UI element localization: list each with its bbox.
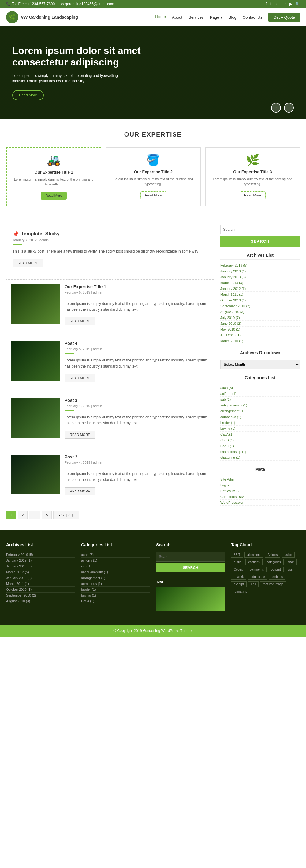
category-link[interactable]: sub (1) [220, 398, 231, 401]
footer-cat-link[interactable]: sub (1) [81, 564, 91, 568]
category-link[interactable]: buying (1) [220, 427, 235, 430]
archive-link[interactable]: August 2010 (3) [220, 310, 244, 314]
pinterest-icon[interactable]: p [284, 2, 286, 6]
tag-excerpt[interactable]: excerpt [231, 581, 247, 587]
footer-archive-link[interactable]: March 2012 (5) [6, 570, 29, 574]
tag-captions[interactable]: captions [245, 559, 262, 565]
tag-categories[interactable]: categories [264, 559, 284, 565]
tag-audio[interactable]: audio [231, 559, 244, 565]
post-2-read-more-button[interactable]: READ MORE [65, 374, 95, 382]
sticky-read-more-button[interactable]: READ MORE [12, 259, 43, 267]
category-link[interactable]: Cat A (1) [220, 432, 234, 436]
footer-archive-link[interactable]: October 2010 (1) [6, 588, 32, 591]
linkedin-icon[interactable]: li [280, 2, 281, 6]
meta-log-out[interactable]: Log out [220, 483, 300, 488]
tag-featured-image[interactable]: featured image [260, 581, 286, 587]
tag-chat[interactable]: chat [285, 559, 297, 565]
page-btn-5[interactable]: 5 [41, 511, 52, 519]
meta-wordpress[interactable]: WordPress.org [220, 500, 300, 506]
footer-cat-link[interactable]: aciform (1) [81, 559, 97, 562]
footer-search-button[interactable]: SEARCH [156, 563, 225, 572]
footer-cat-link[interactable]: Cat A (1) [81, 599, 94, 603]
footer-archive-link[interactable]: January 2013 (3) [6, 564, 32, 568]
nav-services[interactable]: Services [188, 15, 204, 20]
meta-site-admin[interactable]: Site Admin [220, 476, 300, 483]
page-btn-1[interactable]: 1 [6, 511, 16, 519]
archive-link[interactable]: October 2010 (1) [220, 299, 246, 302]
archive-link[interactable]: March 2010 (1) [220, 339, 243, 343]
tag-articles[interactable]: Articles [265, 552, 280, 558]
tag-comments[interactable]: comments [247, 566, 267, 572]
twitter-icon[interactable]: t [270, 2, 271, 6]
footer-cat-link[interactable]: antiquarianism (1) [81, 570, 108, 574]
category-link[interactable]: championship (1) [220, 450, 246, 454]
tag-formatting[interactable]: formatting [231, 589, 250, 594]
tag-dowork[interactable]: dowork [231, 574, 246, 580]
category-link[interactable]: chattering (1) [220, 456, 240, 459]
footer-archive-link[interactable]: March 2011 (1) [6, 582, 29, 586]
tag-alignment[interactable]: alignment [244, 552, 263, 558]
category-link[interactable]: aaaa (5) [220, 386, 233, 390]
archive-link[interactable]: January 2019 (1) [220, 269, 246, 273]
expertise-read-more-2[interactable]: Read More [141, 191, 166, 199]
search-icon[interactable]: 🔍 [295, 2, 300, 6]
category-link[interactable]: aomodeus (1) [220, 415, 241, 419]
footer-archive-link[interactable]: January 2012 (6) [6, 576, 32, 580]
nav-blog[interactable]: Blog [228, 15, 237, 20]
tag-embeds[interactable]: embeds [269, 574, 285, 580]
category-link[interactable]: arrangement (1) [220, 409, 244, 413]
meta-entries-rss[interactable]: Entries RSS [220, 488, 300, 494]
archive-link[interactable]: September 2010 (2) [220, 304, 250, 308]
instagram-icon[interactable]: in [274, 2, 277, 6]
footer-archive-link[interactable]: January 2019 (1) [6, 559, 32, 562]
footer-cat-link[interactable]: broder (1) [81, 588, 96, 591]
tag-8bit[interactable]: 8BIT [231, 552, 243, 558]
nav-contact[interactable]: Contact Us [243, 15, 262, 20]
archive-link[interactable]: July 2010 (7) [220, 316, 240, 319]
footer-archive-link[interactable]: August 2010 (3) [6, 599, 30, 603]
hero-read-more-button[interactable]: Read More [12, 90, 44, 100]
hero-prev-button[interactable]: ‹ [271, 103, 281, 113]
archive-link[interactable]: January 2012 (6) [220, 287, 246, 290]
footer-cat-link[interactable]: aaaa (5) [81, 553, 94, 556]
archive-link[interactable]: May 2010 (1) [220, 328, 240, 331]
category-link[interactable]: antiquarianism (1) [220, 403, 247, 407]
meta-comments-rss[interactable]: Comments RSS [220, 494, 300, 500]
archive-link[interactable]: June 2010 (2) [220, 322, 241, 326]
tag-codex[interactable]: Codex [231, 566, 245, 572]
archive-link[interactable]: March 2011 (1) [220, 292, 243, 296]
get-quote-button[interactable]: Get A Quote [268, 12, 300, 22]
sidebar-search-input[interactable] [220, 225, 300, 235]
tag-fail[interactable]: Fail [248, 581, 258, 587]
footer-archive-link[interactable]: February 2019 (5) [6, 553, 33, 556]
archives-dropdown[interactable]: Select Month [220, 360, 300, 369]
archive-link[interactable]: February 2019 (5) [220, 264, 247, 267]
post-1-read-more-button[interactable]: READ MORE [65, 317, 95, 325]
tag-aside[interactable]: aside [282, 552, 295, 558]
footer-cat-link[interactable]: buying (1) [81, 593, 96, 597]
archive-link[interactable]: January 2013 (3) [220, 275, 246, 279]
footer-cat-link[interactable]: aomodeus (1) [81, 582, 102, 586]
youtube-icon[interactable]: ▶ [289, 2, 292, 6]
tag-content[interactable]: content [268, 566, 284, 572]
post-4-read-more-button[interactable]: READ MORE [65, 487, 95, 495]
sidebar-search-button[interactable]: SEARCH [220, 236, 300, 247]
category-link[interactable]: Cat B (1) [220, 438, 234, 442]
facebook-icon[interactable]: f [266, 2, 267, 6]
expertise-read-more-1[interactable]: Read More [41, 192, 66, 199]
footer-cat-link[interactable]: arrangement (1) [81, 576, 105, 580]
tag-css[interactable]: css [285, 566, 295, 572]
category-link[interactable]: broder (1) [220, 421, 235, 425]
nav-page[interactable]: Page ▾ [210, 15, 222, 20]
footer-search-input[interactable] [156, 552, 225, 562]
hero-next-button[interactable]: › [284, 103, 294, 113]
page-btn-2[interactable]: 2 [18, 511, 28, 519]
nav-about[interactable]: About [172, 15, 182, 20]
category-link[interactable]: Cat C (1) [220, 444, 234, 448]
post-3-read-more-button[interactable]: READ MORE [65, 431, 95, 439]
category-link[interactable]: aciform (1) [220, 392, 237, 396]
nav-home[interactable]: Home [155, 14, 166, 20]
expertise-read-more-3[interactable]: Read More [240, 191, 265, 199]
archive-link[interactable]: April 2010 (1) [220, 333, 241, 337]
archive-link[interactable]: March 2013 (3) [220, 281, 243, 285]
